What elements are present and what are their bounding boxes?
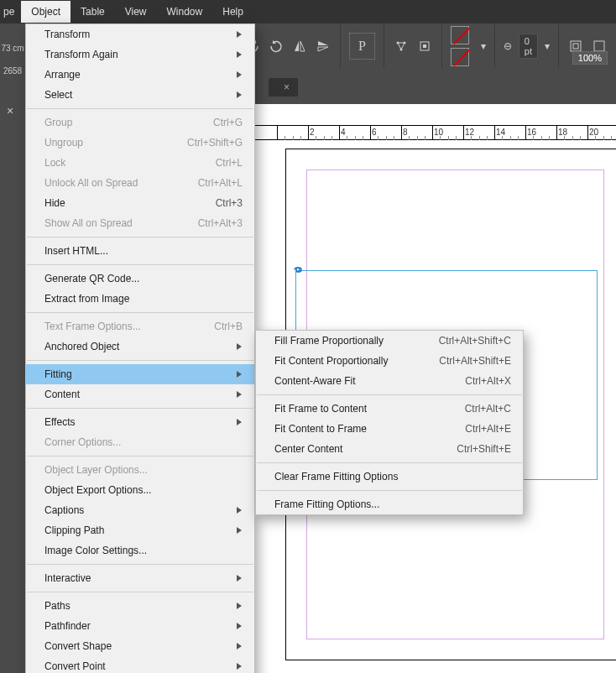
menu-item-label: Object Layer Options... (44, 464, 148, 476)
object-menu-clipping-path[interactable]: Clipping Path (26, 520, 254, 540)
object-menu-fitting[interactable]: Fitting (26, 364, 254, 384)
menu-object[interactable]: Object (21, 1, 70, 23)
menu-item-label: Extract from Image (44, 293, 129, 305)
menu-view[interactable]: View (115, 1, 157, 23)
submenu-arrow-icon (226, 574, 243, 582)
zoom-field[interactable]: 100% (572, 51, 608, 65)
object-menu-arrange[interactable]: Arrange (26, 65, 254, 85)
fitting-menu-fit-frame-to-content[interactable]: Fit Frame to ContentCtrl+Alt+C (256, 399, 523, 419)
submenu-arrow-icon (226, 30, 243, 39)
object-menu-extract-from-image[interactable]: Extract from Image (26, 289, 254, 309)
object-menu-anchored-object[interactable]: Anchored Object (26, 336, 254, 357)
fitting-menu-separator (257, 394, 522, 395)
menu-item-shortcut: Ctrl+Alt+Shift+E (439, 355, 511, 367)
stroke-swatch[interactable] (451, 48, 469, 66)
menu-help[interactable]: Help (212, 1, 253, 23)
chevron-down-icon[interactable]: ▾ (481, 40, 486, 52)
chain-link-icon (292, 265, 304, 274)
object-menu-generate-qr-code[interactable]: Generate QR Code... (26, 269, 254, 289)
menu-item-label: Insert HTML... (44, 245, 108, 257)
object-menu-separator (27, 360, 253, 361)
object-menu-interactive[interactable]: Interactive (26, 568, 254, 588)
object-menu-paths[interactable]: Paths (26, 596, 254, 616)
svg-rect-9 (571, 41, 581, 51)
paragraph-style-icon[interactable]: P (349, 33, 375, 60)
menu-item-shortcut: Ctrl+Alt+E (465, 423, 511, 435)
object-menu-pathfinder[interactable]: Pathfinder (26, 616, 254, 636)
fitting-submenu: Fill Frame ProportionallyCtrl+Alt+Shift+… (255, 330, 524, 515)
menu-pe[interactable]: pe (0, 1, 21, 23)
submenu-arrow-icon (226, 342, 243, 351)
object-menu-image-color-settings[interactable]: Image Color Settings... (26, 540, 254, 561)
menu-window[interactable]: Window (157, 1, 213, 23)
submenu-arrow-icon (226, 370, 243, 378)
fitting-menu-clear-frame-fitting-options[interactable]: Clear Frame Fitting Options (256, 467, 523, 487)
document-tab[interactable]: × (269, 78, 298, 97)
object-menu-transform-again[interactable]: Transform Again (26, 44, 254, 65)
menu-item-label: Transform (44, 29, 90, 40)
menu-item-label: Object Export Options... (44, 484, 151, 496)
menu-item-label: Content-Aware Fit (274, 375, 356, 387)
fitting-menu-fit-content-proportionally[interactable]: Fit Content ProportionallyCtrl+Alt+Shift… (256, 351, 523, 371)
menu-item-label: Interactive (44, 572, 91, 584)
object-menu-separator (27, 456, 253, 456)
menu-item-shortcut: Ctrl+Alt+L (198, 177, 243, 189)
object-menu-separator (27, 408, 253, 409)
submenu-arrow-icon (226, 390, 243, 399)
object-menu-captions[interactable]: Captions (26, 500, 254, 520)
close-panel-icon[interactable]: × (7, 104, 13, 117)
menu-item-label: Anchored Object (44, 341, 119, 352)
object-menu-transform[interactable]: Transform (26, 24, 254, 44)
submenu-arrow-icon (226, 506, 243, 514)
rail-value-bottom: 2658 (0, 61, 25, 81)
submenu-arrow-icon (226, 526, 243, 535)
menu-item-label: Unlock All on Spread (44, 177, 138, 189)
fitting-menu-center-content[interactable]: Center ContentCtrl+Shift+E (256, 439, 523, 459)
object-menu-effects[interactable]: Effects (26, 412, 254, 432)
object-menu-dropdown: TransformTransform AgainArrangeSelectGro… (25, 23, 255, 673)
menu-item-shortcut: Ctrl+Alt+C (465, 403, 511, 415)
submenu-arrow-icon (226, 622, 243, 630)
fitting-menu-fill-frame-proportionally[interactable]: Fill Frame ProportionallyCtrl+Alt+Shift+… (256, 331, 523, 351)
menu-item-shortcut: Ctrl+B (214, 321, 243, 332)
flip-horizontal-icon[interactable] (291, 38, 308, 55)
object-menu-insert-html[interactable]: Insert HTML... (26, 241, 254, 261)
menu-item-shortcut: Ctrl+3 (216, 197, 243, 209)
stroke-weight-link-icon[interactable]: ⊖ (504, 40, 512, 52)
object-menu-hide[interactable]: HideCtrl+3 (26, 193, 254, 213)
menu-item-label: Image Color Settings... (44, 545, 147, 556)
menu-item-label: Transform Again (44, 49, 118, 60)
object-menu-convert-point[interactable]: Convert Point (26, 656, 254, 673)
object-menu-content[interactable]: Content (26, 384, 254, 404)
menu-item-shortcut: Ctrl+Shift+G (187, 137, 243, 149)
menu-item-label: Center Content (274, 443, 342, 455)
fitting-menu-frame-fitting-options[interactable]: Frame Fitting Options... (256, 494, 523, 514)
object-menu-show-all-on-spread: Show All on SpreadCtrl+Alt+3 (26, 213, 254, 233)
menu-item-label: Captions (44, 504, 84, 516)
object-menu-group: GroupCtrl+G (26, 112, 254, 133)
submenu-arrow-icon (226, 602, 243, 610)
submenu-arrow-icon (226, 91, 243, 99)
close-icon[interactable]: × (284, 81, 290, 93)
object-menu-unlock-all-on-spread: Unlock All on SpreadCtrl+Alt+L (26, 173, 254, 193)
fill-swatch[interactable] (451, 26, 469, 44)
flip-vertical-icon[interactable] (315, 38, 331, 55)
stroke-weight-field[interactable]: 0 pt (519, 34, 538, 59)
object-menu-separator (27, 312, 253, 313)
fitting-menu-content-aware-fit[interactable]: Content-Aware FitCtrl+Alt+X (256, 371, 523, 391)
menu-item-label: Clipping Path (44, 524, 104, 536)
left-property-rail: 73 cm 2658 (0, 23, 25, 673)
menu-item-label: Pathfinder (44, 620, 91, 632)
rotate-cw-icon[interactable] (268, 38, 285, 55)
menu-bar: peObjectTableViewWindowHelp (0, 0, 616, 23)
fitting-menu-fit-content-to-frame[interactable]: Fit Content to FrameCtrl+Alt+E (256, 419, 523, 439)
object-menu-object-export-options[interactable]: Object Export Options... (26, 480, 254, 500)
menu-item-label: Arrange (44, 69, 81, 81)
menu-item-label: Fit Content Proportionally (274, 355, 388, 367)
object-menu-convert-shape[interactable]: Convert Shape (26, 636, 254, 656)
object-menu-select[interactable]: Select (26, 85, 254, 105)
menu-table[interactable]: Table (70, 1, 115, 23)
select-content-icon[interactable] (416, 38, 433, 55)
menu-item-label: Hide (44, 197, 65, 209)
select-container-icon[interactable] (393, 38, 410, 55)
